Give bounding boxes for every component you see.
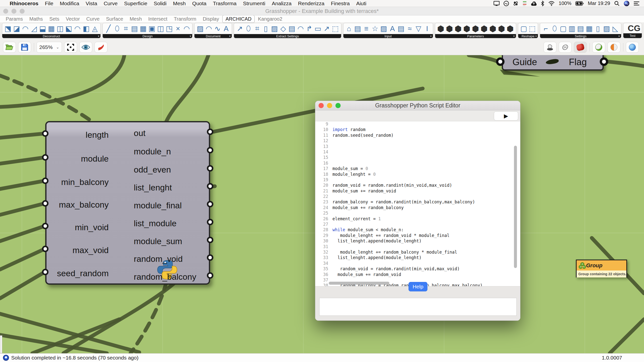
parameters-icon-9[interactable]: ⬢ bbox=[506, 23, 514, 34]
design-icon-9[interactable]: × bbox=[174, 23, 182, 34]
menu-mesh[interactable]: Mesh bbox=[170, 0, 189, 6]
parameters-icon-8[interactable]: ⬢ bbox=[497, 23, 506, 34]
input-icon-6[interactable]: A bbox=[388, 23, 396, 34]
input-port-seed_random[interactable] bbox=[42, 269, 48, 275]
display-icon[interactable] bbox=[494, 1, 500, 6]
preview-orange-button[interactable] bbox=[608, 42, 620, 53]
menu-modifica[interactable]: Modifica bbox=[56, 0, 82, 6]
document-icon-4[interactable]: A bbox=[222, 23, 230, 34]
output-port-odd_even[interactable] bbox=[207, 165, 213, 172]
settings-icon-1[interactable]: ⌐ bbox=[542, 23, 550, 34]
design-icon-8[interactable]: ◳ bbox=[165, 23, 174, 34]
settings-icon-6[interactable]: ▦ bbox=[585, 23, 594, 34]
tab-params[interactable]: Params bbox=[2, 16, 26, 22]
sketch-tool-button[interactable] bbox=[94, 42, 108, 53]
deconstruct-icon-10[interactable]: ◧ bbox=[82, 23, 90, 34]
input-icon-9[interactable]: ▽ bbox=[414, 23, 423, 34]
document-icon-1[interactable]: ▨ bbox=[196, 23, 204, 34]
menu-aiuti[interactable]: Aiuti bbox=[353, 0, 370, 6]
paint-bucket-button[interactable] bbox=[544, 42, 556, 53]
extract-settings-icon-6[interactable]: ◇ bbox=[279, 23, 288, 34]
extract-settings-icon-5[interactable]: ▨ bbox=[270, 23, 279, 34]
wireframe-preview-button[interactable] bbox=[559, 42, 572, 53]
preview-blue-button[interactable] bbox=[626, 42, 639, 53]
settings-icon-2[interactable]: ⬯ bbox=[550, 23, 559, 34]
tab-transform[interactable]: Transform bbox=[170, 16, 200, 22]
task-list-icon[interactable] bbox=[522, 1, 527, 6]
design-icon-2[interactable]: ⬯ bbox=[113, 23, 121, 34]
python-script-editor-window[interactable]: Grasshopper Python Script Editor ▶ 910im… bbox=[315, 101, 520, 321]
zoom-level-select[interactable]: 265% ⌄ bbox=[36, 42, 62, 53]
app-grid-icon[interactable] bbox=[513, 1, 518, 6]
reshape-icon-1[interactable]: ▢ bbox=[520, 23, 528, 34]
tab-mesh[interactable]: Mesh bbox=[126, 16, 145, 22]
siri-icon[interactable] bbox=[624, 0, 630, 6]
extract-settings-icon-8[interactable]: ◠ bbox=[296, 23, 305, 34]
wifi-icon[interactable] bbox=[548, 1, 555, 6]
deconstruct-icon-1[interactable]: ⬔ bbox=[4, 23, 12, 34]
group-expand-icon[interactable]: ▾ bbox=[513, 34, 515, 38]
design-icon-4[interactable]: ▤ bbox=[130, 23, 139, 34]
deconstruct-icon-7[interactable]: ◫ bbox=[56, 23, 64, 34]
tab-curve[interactable]: Curve bbox=[83, 16, 103, 22]
menu-trasforma[interactable]: Trasforma bbox=[210, 0, 240, 6]
help-button[interactable]: Help bbox=[408, 282, 428, 292]
output-port-out[interactable] bbox=[207, 128, 213, 135]
group-expand-icon[interactable]: ▾ bbox=[98, 34, 100, 38]
tab-vector[interactable]: Vector bbox=[62, 16, 83, 22]
open-file-button[interactable] bbox=[3, 42, 16, 53]
save-file-button[interactable] bbox=[18, 42, 31, 53]
guide-input-port[interactable] bbox=[496, 58, 504, 66]
design-icon-3[interactable]: ⌗ bbox=[122, 23, 130, 34]
design-icon-5[interactable]: ▦ bbox=[139, 23, 148, 34]
creative-cloud-icon[interactable] bbox=[504, 1, 509, 6]
extract-settings-icon-12[interactable]: ⬚ bbox=[331, 23, 340, 34]
parameters-icon-3[interactable]: ⬢ bbox=[454, 23, 462, 34]
deconstruct-icon-11[interactable]: ◬ bbox=[90, 23, 99, 34]
tab-kangaroo2[interactable]: Kangaroo2 bbox=[254, 16, 286, 22]
input-port-min_balcony[interactable] bbox=[42, 178, 48, 184]
group-expand-icon[interactable]: ▾ bbox=[190, 34, 191, 38]
menu-strumenti[interactable]: Strumenti bbox=[240, 0, 268, 6]
group-expand-icon[interactable]: ▾ bbox=[535, 34, 537, 38]
menu-file[interactable]: File bbox=[42, 0, 57, 6]
input-port-min_void[interactable] bbox=[42, 223, 48, 229]
output-port-list_module[interactable] bbox=[207, 219, 213, 225]
parameters-icon-6[interactable]: ⬢ bbox=[480, 23, 488, 34]
settings-icon-3[interactable]: ▢ bbox=[559, 23, 568, 34]
extract-settings-icon-2[interactable]: ⬯ bbox=[244, 23, 253, 34]
extract-settings-icon-10[interactable]: ▭ bbox=[314, 23, 322, 34]
vertical-scrollbar[interactable] bbox=[514, 146, 517, 268]
settings-icon-8[interactable]: ▨ bbox=[602, 23, 611, 34]
output-port-module_sum[interactable] bbox=[207, 237, 213, 243]
deconstruct-icon-2[interactable]: ◪ bbox=[12, 23, 21, 34]
settings-icon-9[interactable]: ◺ bbox=[611, 23, 620, 34]
design-icon-1[interactable]: ╱ bbox=[104, 23, 113, 34]
menu-renderizza[interactable]: Renderizza bbox=[295, 0, 328, 6]
settings-icon-4[interactable]: ▥ bbox=[568, 23, 576, 34]
shaded-preview-button[interactable] bbox=[574, 42, 587, 53]
menu-analizza[interactable]: Analizza bbox=[268, 0, 295, 6]
input-icon-2[interactable]: ▤ bbox=[353, 23, 362, 34]
deconstruct-icon-8[interactable]: ⬕ bbox=[65, 23, 73, 34]
preview-toggle-button[interactable] bbox=[79, 42, 92, 53]
extract-settings-icon-7[interactable]: ▤ bbox=[288, 23, 296, 34]
settings-icon-7[interactable]: ▯ bbox=[594, 23, 602, 34]
control-center-icon[interactable] bbox=[634, 1, 640, 6]
tab-archicad[interactable]: ARCHICAD bbox=[222, 15, 254, 23]
flag-output-port[interactable] bbox=[600, 58, 608, 66]
parameters-icon-7[interactable]: ⬢ bbox=[488, 23, 497, 34]
output-port-module_n[interactable] bbox=[207, 147, 213, 154]
parameters-icon-4[interactable]: ⬢ bbox=[462, 23, 471, 34]
group-expand-icon[interactable]: ▾ bbox=[430, 34, 432, 38]
input-icon-4[interactable]: ☆ bbox=[371, 23, 379, 34]
preview-green-button[interactable] bbox=[592, 42, 605, 53]
menubar-clock[interactable]: Mar 19:29 bbox=[588, 0, 610, 6]
output-port-random_balcony[interactable] bbox=[207, 272, 213, 279]
deconstruct-icon-6[interactable]: ▦ bbox=[47, 23, 56, 34]
input-icon-5[interactable]: ▨ bbox=[380, 23, 388, 34]
input-port-length[interactable] bbox=[42, 130, 48, 137]
bluetooth-icon[interactable] bbox=[541, 1, 544, 6]
deconstruct-icon-3[interactable]: ◠ bbox=[21, 23, 30, 34]
menu-finestra[interactable]: Finestra bbox=[328, 0, 353, 6]
